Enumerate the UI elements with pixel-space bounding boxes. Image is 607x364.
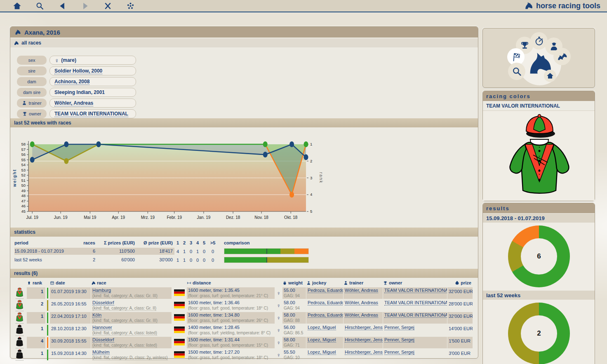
flag-icon (511, 52, 521, 62)
field-value-text: (mare) (61, 57, 76, 63)
results-summary-title: results (486, 205, 510, 211)
related-icon[interactable] (126, 1, 135, 10)
jockey-link[interactable]: Pedroza, Eduardo (308, 288, 343, 293)
owner-silks-icon[interactable] (16, 324, 24, 336)
trainer-cell: Wöhler, Andreas (343, 287, 383, 299)
app: horse racing tools Axana, 2016 all races… (0, 0, 607, 364)
trainer-link[interactable]: Hirschberger, Jens (345, 350, 383, 355)
race-city-link[interactable]: Köln (92, 312, 101, 318)
trainer-link[interactable]: Wöhler, Andreas (345, 312, 378, 318)
stats-races: 6 (80, 248, 97, 255)
owner-link[interactable]: Penner, Sergej (384, 337, 414, 343)
weight-cell: 58.00GAG: 94 (282, 300, 306, 311)
rank-point[interactable] (289, 192, 294, 197)
female-icon: ♀ (275, 337, 282, 348)
horses-icon (557, 52, 567, 62)
rank-point[interactable] (64, 158, 68, 164)
stats-rank-count: 4 (174, 249, 181, 254)
results-header-row: rankdateracedistanceweightjockeytrainero… (10, 279, 478, 287)
rank-point[interactable] (263, 141, 268, 147)
weight-point[interactable] (263, 152, 268, 157)
close-icon[interactable] (103, 1, 112, 10)
search-icon[interactable] (35, 1, 44, 10)
rank-value: 1 (27, 287, 45, 299)
race-city-link[interactable]: Hannover (92, 325, 112, 330)
trainer-link[interactable]: Hirschberger, Jens (345, 325, 383, 330)
germany-flag (174, 351, 185, 359)
jockey-link[interactable]: Pedroza, Eduardo (308, 300, 343, 305)
race-cell: Düsseldorf(kind: flat, category: A, clas… (91, 337, 172, 348)
field-value-text[interactable]: TEAM VALOR INTERNATIONAL (54, 111, 128, 117)
rank-value: 1 (27, 324, 45, 336)
owner-silks-icon[interactable] (16, 287, 24, 299)
svg-text:57: 57 (21, 147, 26, 152)
results-header-label: trainer (349, 280, 363, 285)
owner-link[interactable]: TEAM VALOR INTERNATIONAL (384, 288, 447, 293)
trainer-link[interactable]: Wöhler, Andreas (345, 300, 378, 305)
jockey-link[interactable]: Lopez, Miguel (308, 325, 336, 330)
weight-point[interactable] (30, 157, 35, 163)
country-cell (172, 312, 186, 324)
stats-sum-prizes: 60'000 (97, 256, 136, 263)
silk-icon-cell (13, 349, 26, 361)
rank-point[interactable] (304, 141, 308, 147)
owner-link[interactable]: TEAM VALOR INTERNATIONAL (384, 300, 447, 305)
nav-home-button[interactable] (544, 70, 556, 82)
race-city-link[interactable]: Düsseldorf (92, 300, 114, 305)
weight-point[interactable] (64, 141, 68, 147)
results-title: results (6) (14, 270, 38, 276)
results-section-header: results (6) (10, 269, 478, 278)
donut-0: 6 (508, 225, 570, 287)
owner-link[interactable]: Penner, Sergej (384, 350, 414, 355)
owner-silks-icon[interactable] (16, 337, 24, 348)
field-value-trainer[interactable]: Wöhler, Andreas (49, 99, 136, 108)
race-cell: Düsseldorf(kind: flat, category: A, clas… (91, 300, 172, 311)
field-value-dam[interactable]: Achinora, 2008 (49, 77, 136, 86)
results-header-label: race (97, 280, 106, 285)
svg-text:47: 47 (21, 199, 26, 203)
trainer-link[interactable]: Wöhler, Andreas (345, 288, 378, 293)
nav-horses-button[interactable] (553, 48, 571, 65)
field-value-sire[interactable]: Soldier Hollow, 2000 (49, 66, 136, 75)
owner-link[interactable]: TEAM VALOR INTERNATIONAL (384, 312, 447, 318)
owner-silks-icon[interactable] (16, 312, 24, 324)
weight-rank-chart: 454647484950515253545556575812345Jul. 19… (10, 139, 478, 223)
field-label-text: sex (28, 58, 35, 63)
trainer-link[interactable]: Hirschberger, Jens (345, 337, 383, 343)
owner-silks-icon[interactable] (16, 349, 24, 361)
field-value-text[interactable]: Achinora, 2008 (54, 79, 89, 85)
weight-point[interactable] (304, 154, 308, 160)
jockey-link[interactable]: Lopez, Miguel (308, 350, 336, 355)
field-value-owner[interactable]: TEAM VALOR INTERNATIONAL (49, 109, 136, 118)
chart-section-header: last 52 weeks with races (10, 118, 478, 127)
back-icon[interactable] (58, 1, 67, 10)
weight-point[interactable] (96, 141, 101, 147)
owner-icon (22, 111, 27, 116)
rank-point[interactable] (30, 141, 35, 147)
distance-cell: 1400 meter, time: 1:28.45(floor: grass, … (187, 324, 275, 336)
prize-value: 32'000 EUR (447, 287, 473, 299)
race-city-link[interactable]: Mülheim (92, 350, 110, 355)
svg-text:4: 4 (310, 192, 312, 197)
field-value-text[interactable]: Wöhler, Andreas (54, 100, 93, 106)
donut-1-total: 2 (508, 303, 570, 364)
germany-flag (174, 302, 185, 310)
race-city-link[interactable]: Hamburg (92, 288, 111, 293)
svg-text:55: 55 (21, 157, 26, 162)
home-icon[interactable] (12, 1, 21, 10)
race-city-link[interactable]: Düsseldorf (92, 337, 114, 343)
field-value-text[interactable]: Soldier Hollow, 2000 (54, 68, 102, 74)
jockey-link[interactable]: Lopez, Miguel (308, 337, 336, 343)
weight-point[interactable] (289, 141, 294, 147)
stats-rank-count: 0 (188, 249, 194, 254)
nav-search-button[interactable] (508, 63, 525, 80)
home-icon (546, 72, 554, 80)
owner-link[interactable]: Penner, Sergej (384, 325, 414, 330)
jockey-link[interactable]: Pedroza, Eduardo (308, 312, 343, 318)
field-row-sire: sireSoldier Hollow, 2000 (17, 66, 478, 75)
distance-value: 1400 meter, time: 1:28.45 (188, 325, 273, 330)
all-races-bar[interactable]: all races (10, 38, 478, 47)
owner-silks-icon[interactable] (16, 300, 24, 311)
weight-value: 58.00 (284, 300, 305, 305)
silk-icon-cell (13, 312, 26, 324)
